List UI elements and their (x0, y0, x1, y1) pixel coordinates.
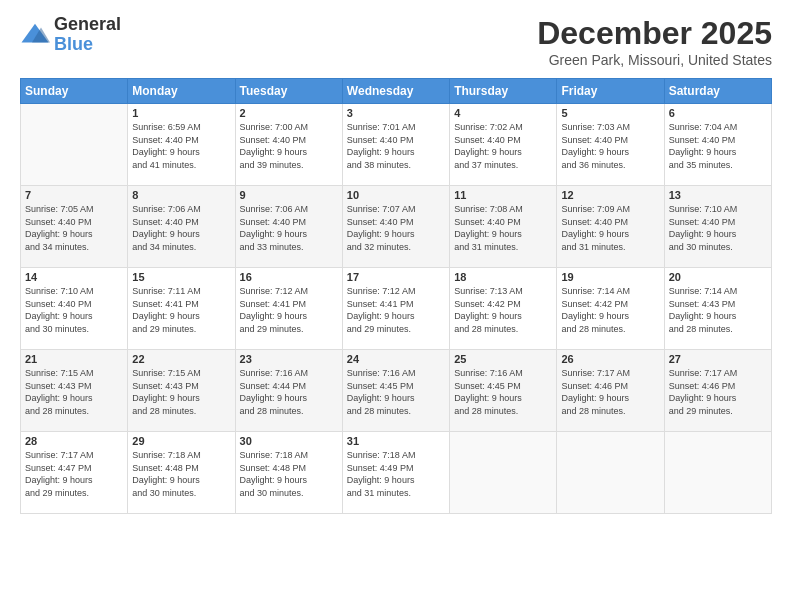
day-info: Sunrise: 7:09 AM Sunset: 4:40 PM Dayligh… (561, 203, 659, 253)
day-number: 20 (669, 271, 767, 283)
day-cell (557, 432, 664, 514)
day-info: Sunrise: 7:12 AM Sunset: 4:41 PM Dayligh… (240, 285, 338, 335)
day-number: 15 (132, 271, 230, 283)
day-info: Sunrise: 7:08 AM Sunset: 4:40 PM Dayligh… (454, 203, 552, 253)
day-number: 22 (132, 353, 230, 365)
day-cell: 24Sunrise: 7:16 AM Sunset: 4:45 PM Dayli… (342, 350, 449, 432)
day-info: Sunrise: 7:04 AM Sunset: 4:40 PM Dayligh… (669, 121, 767, 171)
day-cell: 12Sunrise: 7:09 AM Sunset: 4:40 PM Dayli… (557, 186, 664, 268)
day-info: Sunrise: 7:15 AM Sunset: 4:43 PM Dayligh… (132, 367, 230, 417)
day-number: 7 (25, 189, 123, 201)
day-info: Sunrise: 7:13 AM Sunset: 4:42 PM Dayligh… (454, 285, 552, 335)
day-number: 2 (240, 107, 338, 119)
day-cell: 21Sunrise: 7:15 AM Sunset: 4:43 PM Dayli… (21, 350, 128, 432)
day-number: 29 (132, 435, 230, 447)
day-cell: 2Sunrise: 7:00 AM Sunset: 4:40 PM Daylig… (235, 104, 342, 186)
weekday-row: SundayMondayTuesdayWednesdayThursdayFrid… (21, 79, 772, 104)
day-info: Sunrise: 7:03 AM Sunset: 4:40 PM Dayligh… (561, 121, 659, 171)
weekday-header-friday: Friday (557, 79, 664, 104)
day-number: 9 (240, 189, 338, 201)
week-row-5: 28Sunrise: 7:17 AM Sunset: 4:47 PM Dayli… (21, 432, 772, 514)
day-number: 24 (347, 353, 445, 365)
day-info: Sunrise: 7:17 AM Sunset: 4:46 PM Dayligh… (669, 367, 767, 417)
day-info: Sunrise: 7:00 AM Sunset: 4:40 PM Dayligh… (240, 121, 338, 171)
day-info: Sunrise: 7:12 AM Sunset: 4:41 PM Dayligh… (347, 285, 445, 335)
day-cell (21, 104, 128, 186)
day-number: 13 (669, 189, 767, 201)
location: Green Park, Missouri, United States (537, 52, 772, 68)
day-cell: 22Sunrise: 7:15 AM Sunset: 4:43 PM Dayli… (128, 350, 235, 432)
day-cell: 8Sunrise: 7:06 AM Sunset: 4:40 PM Daylig… (128, 186, 235, 268)
logo-text: General Blue (54, 15, 121, 55)
day-number: 12 (561, 189, 659, 201)
day-info: Sunrise: 7:17 AM Sunset: 4:46 PM Dayligh… (561, 367, 659, 417)
day-cell: 10Sunrise: 7:07 AM Sunset: 4:40 PM Dayli… (342, 186, 449, 268)
day-number: 6 (669, 107, 767, 119)
day-number: 18 (454, 271, 552, 283)
day-info: Sunrise: 7:18 AM Sunset: 4:48 PM Dayligh… (132, 449, 230, 499)
week-row-3: 14Sunrise: 7:10 AM Sunset: 4:40 PM Dayli… (21, 268, 772, 350)
day-cell: 1Sunrise: 6:59 AM Sunset: 4:40 PM Daylig… (128, 104, 235, 186)
day-number: 31 (347, 435, 445, 447)
day-number: 28 (25, 435, 123, 447)
header: General Blue December 2025 Green Park, M… (20, 15, 772, 68)
day-info: Sunrise: 7:02 AM Sunset: 4:40 PM Dayligh… (454, 121, 552, 171)
day-cell: 29Sunrise: 7:18 AM Sunset: 4:48 PM Dayli… (128, 432, 235, 514)
day-number: 26 (561, 353, 659, 365)
day-info: Sunrise: 7:16 AM Sunset: 4:45 PM Dayligh… (454, 367, 552, 417)
day-number: 16 (240, 271, 338, 283)
weekday-header-wednesday: Wednesday (342, 79, 449, 104)
day-cell: 19Sunrise: 7:14 AM Sunset: 4:42 PM Dayli… (557, 268, 664, 350)
day-info: Sunrise: 7:10 AM Sunset: 4:40 PM Dayligh… (25, 285, 123, 335)
day-number: 14 (25, 271, 123, 283)
day-cell: 31Sunrise: 7:18 AM Sunset: 4:49 PM Dayli… (342, 432, 449, 514)
day-info: Sunrise: 7:18 AM Sunset: 4:48 PM Dayligh… (240, 449, 338, 499)
day-info: Sunrise: 7:16 AM Sunset: 4:44 PM Dayligh… (240, 367, 338, 417)
logo-icon (20, 20, 50, 50)
day-cell: 7Sunrise: 7:05 AM Sunset: 4:40 PM Daylig… (21, 186, 128, 268)
day-number: 19 (561, 271, 659, 283)
weekday-header-thursday: Thursday (450, 79, 557, 104)
day-cell: 27Sunrise: 7:17 AM Sunset: 4:46 PM Dayli… (664, 350, 771, 432)
day-info: Sunrise: 7:16 AM Sunset: 4:45 PM Dayligh… (347, 367, 445, 417)
day-info: Sunrise: 7:18 AM Sunset: 4:49 PM Dayligh… (347, 449, 445, 499)
day-info: Sunrise: 7:01 AM Sunset: 4:40 PM Dayligh… (347, 121, 445, 171)
day-number: 30 (240, 435, 338, 447)
day-cell: 18Sunrise: 7:13 AM Sunset: 4:42 PM Dayli… (450, 268, 557, 350)
calendar-table: SundayMondayTuesdayWednesdayThursdayFrid… (20, 78, 772, 514)
day-cell: 5Sunrise: 7:03 AM Sunset: 4:40 PM Daylig… (557, 104, 664, 186)
day-number: 11 (454, 189, 552, 201)
month-title: December 2025 (537, 15, 772, 52)
day-number: 8 (132, 189, 230, 201)
day-cell: 15Sunrise: 7:11 AM Sunset: 4:41 PM Dayli… (128, 268, 235, 350)
day-info: Sunrise: 7:06 AM Sunset: 4:40 PM Dayligh… (240, 203, 338, 253)
week-row-4: 21Sunrise: 7:15 AM Sunset: 4:43 PM Dayli… (21, 350, 772, 432)
day-cell: 25Sunrise: 7:16 AM Sunset: 4:45 PM Dayli… (450, 350, 557, 432)
day-number: 1 (132, 107, 230, 119)
day-info: Sunrise: 7:14 AM Sunset: 4:42 PM Dayligh… (561, 285, 659, 335)
day-cell: 4Sunrise: 7:02 AM Sunset: 4:40 PM Daylig… (450, 104, 557, 186)
calendar-header: SundayMondayTuesdayWednesdayThursdayFrid… (21, 79, 772, 104)
logo: General Blue (20, 15, 121, 55)
day-number: 3 (347, 107, 445, 119)
day-info: Sunrise: 7:11 AM Sunset: 4:41 PM Dayligh… (132, 285, 230, 335)
day-info: Sunrise: 7:05 AM Sunset: 4:40 PM Dayligh… (25, 203, 123, 253)
page: General Blue December 2025 Green Park, M… (0, 0, 792, 612)
week-row-2: 7Sunrise: 7:05 AM Sunset: 4:40 PM Daylig… (21, 186, 772, 268)
day-number: 17 (347, 271, 445, 283)
day-number: 10 (347, 189, 445, 201)
day-cell: 17Sunrise: 7:12 AM Sunset: 4:41 PM Dayli… (342, 268, 449, 350)
day-cell (450, 432, 557, 514)
day-number: 27 (669, 353, 767, 365)
day-cell: 14Sunrise: 7:10 AM Sunset: 4:40 PM Dayli… (21, 268, 128, 350)
day-cell: 11Sunrise: 7:08 AM Sunset: 4:40 PM Dayli… (450, 186, 557, 268)
day-cell (664, 432, 771, 514)
day-cell: 6Sunrise: 7:04 AM Sunset: 4:40 PM Daylig… (664, 104, 771, 186)
logo-line1: General (54, 14, 121, 34)
day-cell: 23Sunrise: 7:16 AM Sunset: 4:44 PM Dayli… (235, 350, 342, 432)
day-number: 5 (561, 107, 659, 119)
day-info: Sunrise: 7:14 AM Sunset: 4:43 PM Dayligh… (669, 285, 767, 335)
day-cell: 13Sunrise: 7:10 AM Sunset: 4:40 PM Dayli… (664, 186, 771, 268)
day-number: 23 (240, 353, 338, 365)
day-cell: 16Sunrise: 7:12 AM Sunset: 4:41 PM Dayli… (235, 268, 342, 350)
